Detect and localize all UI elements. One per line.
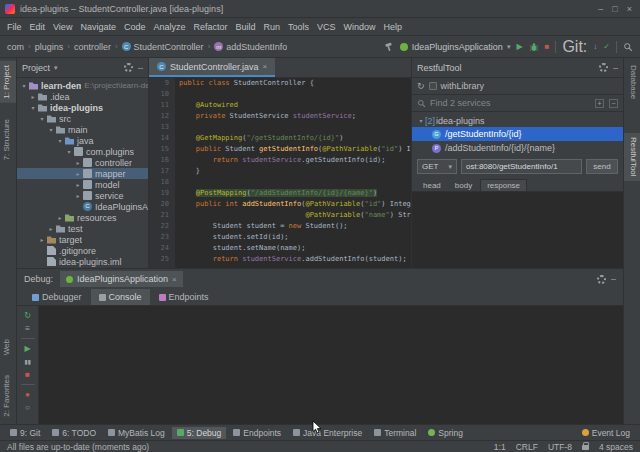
gear-icon[interactable] xyxy=(124,63,133,72)
breadcrumb-item-studentcontroller[interactable]: CStudentController xyxy=(122,42,204,52)
line-number[interactable]: 19 xyxy=(149,188,175,199)
toolwindow-button-database[interactable]: Database xyxy=(624,61,640,103)
tree-arrow-icon[interactable]: ▸ xyxy=(74,170,82,177)
debug-button[interactable] xyxy=(529,42,539,52)
request-url-input[interactable] xyxy=(461,159,582,174)
tree-arrow-icon[interactable]: ▾ xyxy=(47,126,55,133)
mute-icon[interactable]: ○ xyxy=(21,402,34,413)
editor-tab-studentcontroller[interactable]: C StudentController.java × xyxy=(149,58,275,77)
toolwindow-button-event-log[interactable]: Event Log xyxy=(577,427,635,439)
line-number[interactable]: 16 xyxy=(149,155,175,166)
toolwindow-button-restfultool[interactable]: RestfulTool xyxy=(624,133,640,181)
tree-item-controller[interactable]: ▸controller xyxy=(17,157,148,168)
build-hammer-icon[interactable] xyxy=(384,42,394,52)
minimize-button[interactable]: – xyxy=(598,4,603,14)
tree-arrow-icon[interactable]: ▾ xyxy=(29,104,37,111)
tree-item-learn-demo[interactable]: ▾learn-demoE:\project\learn-demo xyxy=(17,80,148,91)
code-line[interactable]: 10 xyxy=(149,89,411,100)
service-item-getstudentinfo-id[interactable]: G/getStudentInfo/{id} xyxy=(412,127,623,141)
file-encoding[interactable]: UTF-8 xyxy=(548,442,572,452)
toolwindow-button-web[interactable]: Web xyxy=(0,335,16,359)
line-number[interactable]: 15 xyxy=(149,144,175,155)
search-icon[interactable] xyxy=(623,42,633,52)
code-line[interactable]: 22 Student student = new Student(); xyxy=(149,221,411,232)
stop-button[interactable]: ■ xyxy=(545,43,550,51)
code-line[interactable]: 12 private StudentService studentService… xyxy=(149,111,411,122)
menu-item-vcs[interactable]: VCS xyxy=(313,21,340,33)
response-area[interactable] xyxy=(412,192,623,268)
tree-arrow-icon[interactable]: ▸ xyxy=(74,181,82,188)
menu-item-build[interactable]: Build xyxy=(231,21,259,33)
tree-arrow-icon[interactable]: ▸ xyxy=(29,93,37,100)
toolwindow-button-7-structure[interactable]: 7: Structure xyxy=(0,115,16,164)
line-separator[interactable]: CRLF xyxy=(516,442,538,452)
code-line[interactable]: 17 } xyxy=(149,166,411,177)
code-line[interactable]: 18 xyxy=(149,177,411,188)
menu-item-view[interactable]: View xyxy=(49,21,76,33)
service-item-addstudentinfo-id-name[interactable]: P/addStudentInfo/{id}/{name} xyxy=(412,141,623,155)
title-bar[interactable]: idea-plugins – StudentController.java [i… xyxy=(0,0,640,18)
tree-item-main[interactable]: ▾main xyxy=(17,124,148,135)
settings-icon[interactable]: ≡ xyxy=(21,323,34,334)
menu-item-refactor[interactable]: Refactor xyxy=(189,21,231,33)
menu-item-edit[interactable]: Edit xyxy=(26,21,50,33)
collapse-all-icon[interactable]: − xyxy=(609,99,618,108)
line-number[interactable]: 25 xyxy=(149,254,175,265)
tree-arrow-icon[interactable]: ▸ xyxy=(47,225,55,232)
code-line[interactable]: 13 xyxy=(149,122,411,133)
refresh-icon[interactable]: ↻ xyxy=(417,81,425,91)
breadcrumb-item-com[interactable]: com xyxy=(7,42,24,52)
maximize-button[interactable]: □ xyxy=(612,4,617,14)
menu-item-analyze[interactable]: Analyze xyxy=(149,21,189,33)
tree-item-model[interactable]: ▸model xyxy=(17,179,148,190)
menu-item-code[interactable]: Code xyxy=(120,21,150,33)
tree-arrow-icon[interactable]: ▾ xyxy=(417,117,425,124)
line-number[interactable]: 22 xyxy=(149,221,175,232)
line-number[interactable]: 23 xyxy=(149,232,175,243)
service-tree-root[interactable]: ▾ [2] idea-plugins xyxy=(412,114,623,127)
tree-item-idea-plugins[interactable]: ▾idea-plugins xyxy=(17,102,148,113)
code-area[interactable]: 9public class StudentController {1011 @A… xyxy=(149,78,411,268)
tree-item-ideapluginsapplication[interactable]: CIdeaPluginsApplication xyxy=(17,201,148,212)
code-line[interactable]: 21 @PathVariable("name") String name) { xyxy=(149,210,411,221)
debug-session-tab[interactable]: IdeaPluginsApplication × xyxy=(60,271,183,287)
breadcrumb-item-controller[interactable]: controller xyxy=(74,42,111,52)
tree-arrow-icon[interactable]: ▸ xyxy=(56,214,64,221)
hide-panel-button[interactable]: – xyxy=(138,63,143,73)
tree-item-test[interactable]: ▸test xyxy=(17,223,148,234)
status-message[interactable]: All files are up-to-date (moments ago) xyxy=(7,442,149,452)
request-tab-body[interactable]: body xyxy=(449,180,478,191)
caret-position[interactable]: 1:1 xyxy=(494,442,506,452)
git-commit-icon[interactable]: ✓ xyxy=(603,43,610,51)
request-tab-response[interactable]: response xyxy=(480,179,527,191)
line-number[interactable]: 18 xyxy=(149,177,175,188)
tree-item-java[interactable]: ▾java xyxy=(17,135,148,146)
tree-arrow-icon[interactable]: ▾ xyxy=(56,137,64,144)
code-line[interactable]: 24 student.setName(name); xyxy=(149,243,411,254)
menu-item-file[interactable]: File xyxy=(3,21,26,33)
tree-item-src[interactable]: ▾src xyxy=(17,113,148,124)
line-number[interactable]: 20 xyxy=(149,199,175,210)
breadcrumb-item-plugins[interactable]: plugins xyxy=(35,42,64,52)
code-line[interactable]: 25 return studentService.addStudentInfo(… xyxy=(149,254,411,265)
code-line[interactable]: 15 public Student getStudentInfo(@PathVa… xyxy=(149,144,411,155)
menu-item-navigate[interactable]: Navigate xyxy=(76,21,120,33)
close-icon[interactable]: × xyxy=(263,62,268,71)
menu-item-window[interactable]: Window xyxy=(340,21,380,33)
rerun-icon[interactable]: ↻ xyxy=(21,310,34,321)
code-line[interactable]: 23 student.setId(id); xyxy=(149,232,411,243)
toolwindow-button-2-favorites[interactable]: 2: Favorites xyxy=(0,371,16,421)
indent-setting[interactable]: 4 spaces xyxy=(599,442,633,452)
debug-tab-console[interactable]: Console xyxy=(91,289,150,305)
code-line[interactable]: 19 @PostMapping("/addStudentInfo/{id}/{n… xyxy=(149,188,411,199)
close-button[interactable]: × xyxy=(627,4,632,14)
line-number[interactable]: 17 xyxy=(149,166,175,177)
menu-item-help[interactable]: Help xyxy=(380,21,407,33)
code-line[interactable]: 11 @Autowired xyxy=(149,100,411,111)
hide-panel-button[interactable]: – xyxy=(613,63,618,73)
breadcrumb-item-addstudentinfo[interactable]: maddStudentInfo xyxy=(214,42,287,52)
line-number[interactable]: 9 xyxy=(149,78,175,89)
toolwindow-button-5-debug[interactable]: 5: Debug xyxy=(172,427,227,439)
readonly-lock-icon[interactable] xyxy=(582,445,589,450)
expand-all-icon[interactable]: + xyxy=(595,99,604,108)
